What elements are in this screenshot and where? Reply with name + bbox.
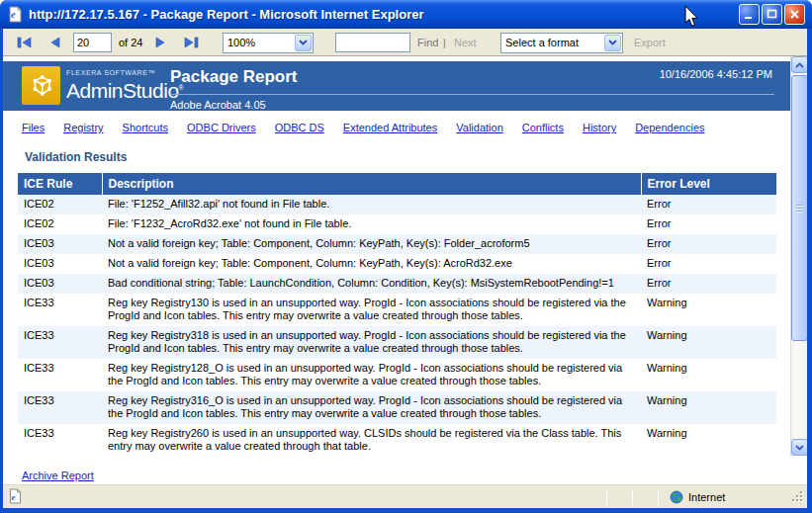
find-next-link[interactable]: Next: [454, 37, 477, 48]
nav-link[interactable]: Dependencies: [635, 122, 704, 133]
nav-link[interactable]: History: [583, 122, 616, 133]
title-bar: e http://172.17.5.167 - Package Report -…: [0, 0, 812, 29]
status-separator: [658, 489, 659, 505]
table-row: ICE33 Reg key Registry318 is used in an …: [18, 326, 776, 359]
cell-description: Not a valid foreign key; Table: Componen…: [102, 254, 641, 274]
column-header-ice-rule: ICE Rule: [18, 173, 102, 195]
cell-ice-rule: ICE03: [18, 254, 102, 274]
scroll-down-button[interactable]: [791, 439, 807, 456]
header-divider: [170, 94, 774, 95]
scroll-up-button[interactable]: [791, 56, 807, 73]
cell-ice-rule: ICE33: [18, 326, 102, 359]
cell-ice-rule: ICE02: [18, 195, 102, 214]
close-icon: [789, 9, 800, 20]
next-page-icon: [155, 37, 165, 48]
first-page-icon: [17, 37, 32, 48]
minimize-button[interactable]: [739, 4, 760, 25]
browser-window: e http://172.17.5.167 - Package Report -…: [0, 0, 812, 513]
previous-page-icon: [50, 37, 60, 48]
cell-ice-rule: ICE03: [18, 234, 102, 254]
nav-link[interactable]: Conflicts: [522, 122, 564, 133]
last-page-button[interactable]: [182, 35, 201, 50]
last-page-icon: [184, 37, 199, 48]
column-header-description: Description: [102, 173, 641, 195]
archive-report-link[interactable]: Archive Report: [22, 470, 94, 481]
previous-page-button[interactable]: [48, 35, 62, 50]
cell-error-level: Error: [641, 274, 776, 294]
cell-ice-rule: ICE33: [18, 424, 102, 457]
cell-description: Reg key Registry260 is used in an unsupp…: [102, 424, 641, 457]
find-next-separator: |: [443, 37, 446, 48]
page-title: Package Report: [170, 67, 298, 87]
cell-error-level: Warning: [641, 359, 776, 391]
chevron-down-icon: [608, 40, 617, 45]
next-page-button[interactable]: [153, 35, 167, 50]
find-link[interactable]: Find: [417, 37, 438, 48]
chevron-down-icon: [795, 445, 804, 451]
table-row: ICE03 Bad conditional string; Table: Lau…: [18, 274, 776, 294]
nav-link[interactable]: Registry: [63, 122, 103, 133]
export-format-value: Select a format: [501, 37, 603, 48]
scrollbar-thumb[interactable]: [791, 75, 807, 341]
cell-error-level: Warning: [641, 391, 776, 424]
validation-table-body: ICE02 File: 'F1252_Afill32.api' not foun…: [18, 195, 776, 457]
cell-error-level: Warning: [641, 294, 776, 326]
chevron-up-icon: [795, 62, 804, 68]
minimize-icon: [744, 9, 755, 20]
format-dropdown-button[interactable]: [604, 35, 621, 51]
cell-error-level: Error: [641, 254, 776, 274]
zoom-select[interactable]: 100%: [223, 33, 314, 53]
cell-error-level: Error: [641, 234, 776, 254]
table-row: ICE03 Not a valid foreign key; Table: Co…: [18, 234, 776, 254]
brand-adminstudio-label: AdminStudio®: [66, 76, 183, 103]
cube-logo-icon: [22, 66, 60, 105]
column-header-error-level: Error Level: [641, 173, 776, 195]
cell-description: Reg key Registry130 is used in an unsupp…: [102, 294, 641, 326]
status-document-icon: e: [8, 488, 23, 506]
maximize-icon: [767, 9, 777, 20]
cell-description: Reg key Registry318 is used in an unsupp…: [102, 326, 641, 359]
status-separator: [606, 489, 607, 505]
table-row: ICE02 File: 'F1232_AcroRd32.exe' not fou…: [18, 214, 776, 234]
export-format-select[interactable]: Select a format: [500, 33, 623, 53]
resize-grip[interactable]: [791, 490, 804, 505]
nav-link[interactable]: ODBC Drivers: [187, 122, 256, 133]
nav-link[interactable]: Shortcuts: [123, 122, 168, 133]
zoom-dropdown-button[interactable]: [295, 35, 312, 51]
cell-ice-rule: ICE33: [18, 359, 102, 391]
cell-error-level: Warning: [641, 424, 776, 457]
adminstudio-logo: FLEXERA SOFTWARE™ AdminStudio®: [22, 66, 183, 105]
current-page-input[interactable]: [73, 33, 112, 52]
nav-link[interactable]: Validation: [456, 122, 503, 133]
report-toolbar: of 24 100% Find |: [3, 29, 807, 56]
validation-results-table: ICE Rule Description Error Level ICE02 F…: [18, 173, 776, 457]
cell-ice-rule: ICE03: [18, 274, 102, 294]
close-button[interactable]: [784, 4, 805, 25]
nav-link[interactable]: ODBC DS: [275, 122, 324, 133]
export-link[interactable]: Export: [634, 37, 666, 48]
window-title: http://172.17.5.167 - Package Report - M…: [29, 7, 424, 22]
table-row: ICE33 Reg key Registry128_O is used in a…: [18, 359, 776, 391]
cell-ice-rule: ICE33: [18, 391, 102, 424]
report-header-band: FLEXERA SOFTWARE™ AdminStudio® Package R…: [3, 61, 790, 111]
vertical-scrollbar[interactable]: [790, 56, 807, 456]
cell-description: File: 'F1232_AcroRd32.exe' not found in …: [102, 214, 641, 234]
cell-description: Reg key Registry316_O is used in an unsu…: [102, 391, 641, 424]
table-row: ICE33 Reg key Registry316_O is used in a…: [18, 391, 776, 424]
nav-link[interactable]: Extended Attributes: [343, 122, 437, 133]
cell-description: File: 'F1252_Afill32.api' not found in F…: [102, 195, 641, 214]
zoom-select-value: 100%: [224, 37, 294, 48]
maximize-button[interactable]: [762, 4, 782, 25]
cell-error-level: Error: [641, 195, 776, 214]
brand-flexera-label: FLEXERA SOFTWARE™: [66, 69, 183, 76]
nav-link[interactable]: Files: [22, 122, 45, 133]
table-row: ICE33 Reg key Registry130 is used in an …: [18, 294, 776, 326]
table-row: ICE02 File: 'F1252_Afill32.api' not foun…: [18, 195, 776, 214]
cell-description: Not a valid foreign key; Table: Componen…: [102, 234, 641, 254]
first-page-button[interactable]: [15, 35, 34, 50]
report-content: FLEXERA SOFTWARE™ AdminStudio® Package R…: [3, 56, 807, 484]
cell-description: Reg key Registry128_O is used in an unsu…: [102, 359, 641, 391]
cell-ice-rule: ICE33: [18, 294, 102, 326]
find-text-input[interactable]: [335, 33, 410, 52]
cell-ice-rule: ICE02: [18, 214, 102, 234]
